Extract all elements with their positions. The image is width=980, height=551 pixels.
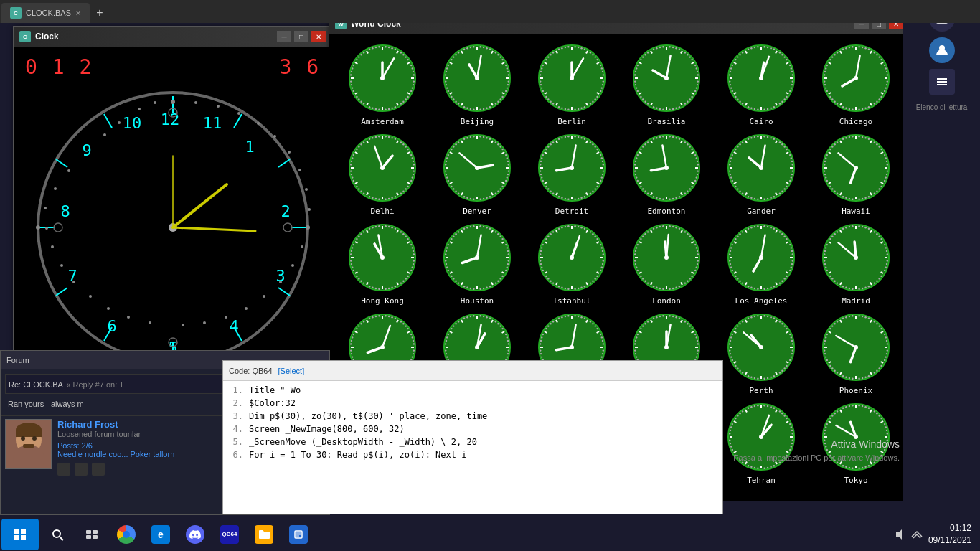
clock-face-phoenix[interactable] — [820, 311, 892, 383]
clock-face-brasilia[interactable] — [631, 42, 702, 114]
qb64-button[interactable]: QB64 — [214, 519, 245, 550]
clock-maximize-btn[interactable]: □ — [294, 31, 308, 42]
task-view-button[interactable] — [76, 519, 108, 550]
svg-point-353 — [735, 96, 736, 98]
svg-point-1053 — [691, 276, 692, 277]
clock-face-perth[interactable] — [725, 311, 797, 383]
clock-face-hong-kong[interactable] — [347, 222, 418, 293]
svg-point-301 — [653, 49, 654, 50]
search-button[interactable] — [42, 519, 73, 550]
svg-point-871 — [360, 281, 362, 282]
svg-point-1011 — [542, 244, 544, 245]
svg-point-83 — [391, 108, 392, 109]
svg-point-143 — [501, 96, 503, 98]
clock-face-berlin[interactable] — [536, 42, 608, 114]
svg-point-319 — [664, 76, 669, 80]
svg-point-384 — [759, 76, 763, 80]
clock-face-los-angeles[interactable] — [725, 222, 797, 293]
svg-point-801 — [852, 199, 853, 200]
svg-point-1503 — [792, 343, 793, 344]
clock-face-detroit[interactable] — [536, 132, 608, 204]
line-number: 3. — [229, 411, 243, 421]
svg-point-486 — [351, 174, 352, 175]
svg-point-774 — [759, 166, 763, 170]
clock-face-edmonton[interactable] — [631, 132, 702, 204]
file-manager-icon — [255, 525, 273, 544]
clock-close-btn[interactable]: ✕ — [311, 31, 326, 42]
svg-point-482 — [358, 188, 359, 189]
clock-cell-hong-kong: Hong Kong — [338, 222, 427, 306]
svg-point-997 — [565, 288, 566, 289]
clock-face-istanbul[interactable] — [536, 222, 608, 293]
svg-point-329 — [786, 59, 787, 60]
code-select[interactable]: [Select] — [278, 367, 305, 375]
svg-point-202 — [602, 71, 603, 72]
svg-point-1589 — [826, 359, 828, 361]
edge-button[interactable]: e — [145, 519, 176, 550]
svg-point-1214 — [852, 225, 853, 227]
clock-face-denver[interactable] — [441, 132, 513, 204]
svg-point-933 — [466, 287, 468, 288]
discord-button[interactable] — [179, 519, 211, 550]
svg-point-141 — [507, 87, 508, 88]
clock-face-madrid[interactable] — [820, 222, 892, 293]
clock-face-gander[interactable] — [725, 132, 797, 204]
user-icon[interactable] — [929, 37, 955, 63]
svg-point-1559 — [864, 316, 866, 318]
tab-icon: C — [10, 7, 22, 19]
clock-face-amsterdam[interactable] — [347, 42, 418, 114]
svg-point-1111 — [791, 247, 792, 248]
svg-point-279 — [672, 108, 674, 110]
svg-point-1603 — [849, 316, 850, 317]
svg-point-1051 — [696, 266, 697, 268]
clock-face-beijing[interactable] — [441, 42, 513, 114]
svg-point-554 — [446, 161, 447, 162]
clock-face-delhi[interactable] — [347, 132, 418, 204]
text-editor-button[interactable] — [283, 519, 314, 550]
svg-point-1297 — [479, 315, 481, 316]
svg-point-109 — [378, 46, 380, 47]
menu-icon[interactable] — [929, 69, 955, 95]
svg-point-1370 — [600, 334, 601, 335]
svg-point-164 — [446, 71, 447, 72]
clock-face-houston[interactable] — [441, 222, 513, 293]
svg-point-48 — [138, 108, 141, 110]
svg-point-935 — [458, 282, 459, 283]
svg-point-1988 — [831, 415, 833, 416]
svg-point-756 — [748, 138, 749, 140]
svg-point-1535 — [742, 321, 743, 322]
clock-cell-edmonton: Edmonton — [622, 132, 711, 216]
file-manager-button[interactable] — [248, 519, 280, 550]
clock-face-hawaii[interactable] — [820, 132, 892, 204]
search-icon — [51, 528, 64, 541]
svg-point-614 — [542, 180, 544, 182]
svg-point-466 — [412, 176, 413, 178]
svg-point-1395 — [541, 356, 542, 357]
new-tab-button[interactable]: + — [90, 3, 110, 23]
clock-face-cairo[interactable] — [725, 42, 797, 114]
svg-point-1569 — [887, 349, 888, 351]
svg-point-1114 — [792, 260, 793, 261]
svg-point-1049 — [697, 260, 699, 261]
svg-point-590 — [600, 154, 601, 156]
svg-point-1517 — [754, 377, 755, 379]
svg-point-1141 — [732, 244, 733, 245]
svg-line-5 — [278, 288, 290, 296]
tab-close-icon[interactable]: ✕ — [75, 9, 81, 17]
clock-face-london[interactable] — [631, 222, 702, 293]
svg-point-1501 — [791, 336, 792, 338]
svg-point-1907 — [754, 467, 755, 468]
svg-point-888 — [375, 226, 377, 227]
svg-point-1464 — [635, 340, 636, 342]
clock-face-chicago[interactable] — [820, 42, 892, 114]
start-button[interactable] — [1, 519, 39, 550]
svg-point-816 — [826, 154, 828, 156]
svg-point-295 — [636, 67, 637, 69]
tab-clock-bas[interactable]: C CLOCK.BAS ✕ — [1, 3, 90, 23]
svg-point-293 — [634, 74, 636, 75]
svg-point-550 — [446, 176, 448, 178]
clock-minimize-btn[interactable]: ─ — [277, 31, 291, 42]
svg-point-1571 — [885, 356, 887, 357]
chrome-button[interactable] — [110, 519, 142, 550]
svg-point-1188 — [864, 287, 866, 288]
